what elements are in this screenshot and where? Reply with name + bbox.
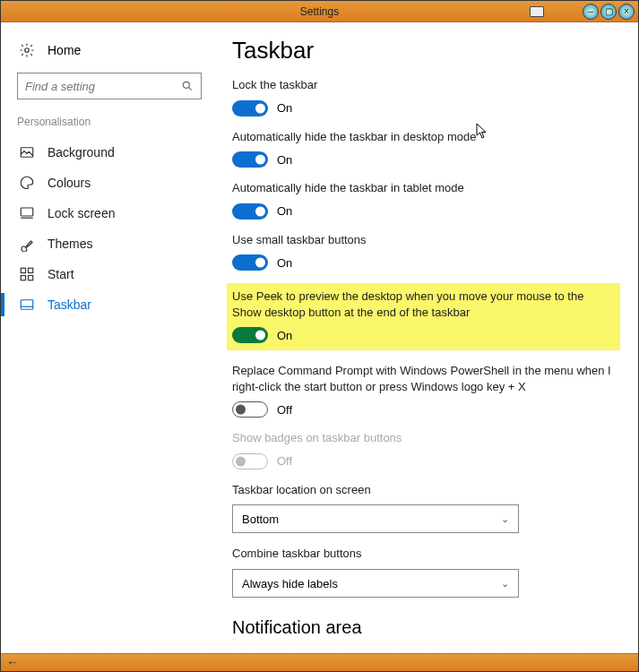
setting-small-buttons: Use small taskbar buttons On [232,232,615,271]
sidebar-item-taskbar[interactable]: Taskbar [1,289,218,320]
chevron-down-icon: ⌄ [501,578,509,590]
search-input[interactable] [25,80,181,93]
toggle-lock-taskbar[interactable] [232,100,268,116]
toggle-peek[interactable] [232,327,268,343]
dropdown-value: Bottom [242,513,279,526]
setting-location: Taskbar location on screen Bottom ⌄ [232,482,615,534]
palette-icon [19,175,35,191]
notification-area-title: Notification area [232,617,615,638]
setting-label: Taskbar location on screen [232,482,615,498]
sidebar-item-label: Lock screen [47,206,115,220]
toggle-state: On [277,204,292,218]
toggle-state: Off [277,454,292,468]
back-arrow-icon[interactable]: ← [6,655,19,669]
brush-icon [19,236,35,252]
sidebar-item-colours[interactable]: Colours [1,168,218,198]
setting-combine: Combine taskbar buttons Always hide labe… [232,546,615,598]
minimize-button[interactable]: – [583,4,599,20]
dropdown-value: Always hide labels [242,577,338,590]
window-buttons: – ▢ × [583,4,635,20]
svg-rect-8 [21,276,25,280]
toggle-state: On [277,256,292,270]
setting-lock-taskbar: Lock the taskbar On [232,77,615,116]
sidebar-item-lock-screen[interactable]: Lock screen [1,198,218,228]
setting-label: Show badges on taskbar buttons [232,430,615,446]
dropdown-location[interactable]: Bottom ⌄ [232,504,519,533]
monitor-icon [19,205,35,221]
toggle-state: Off [277,403,292,417]
svg-rect-10 [21,300,33,310]
chevron-down-icon: ⌄ [501,513,509,525]
picture-icon [19,144,35,160]
gear-icon [19,42,35,58]
toggle-small-buttons[interactable] [232,254,268,271]
taskbar-icon [19,297,35,313]
setting-label: Lock the taskbar [232,77,615,93]
svg-line-2 [188,87,191,90]
search-box[interactable] [17,73,202,99]
app-icon [530,6,544,17]
setting-powershell: Replace Command Prompt with Windows Powe… [232,363,615,418]
grid-icon [19,266,35,282]
sidebar-item-background[interactable]: Background [1,137,218,168]
sidebar-item-label: Start [47,267,74,281]
svg-point-1 [183,82,189,88]
toggle-badges [232,453,268,470]
home-nav[interactable]: Home [1,39,218,73]
maximize-button[interactable]: ▢ [600,4,617,20]
content-area: Taskbar Lock the taskbar On Automaticall… [218,22,638,653]
toggle-autohide-tablet[interactable] [232,203,268,220]
bottom-window-border: ← [1,653,638,671]
dropdown-combine[interactable]: Always hide labels ⌄ [232,569,519,598]
sidebar-item-label: Themes [47,237,93,251]
toggle-state: On [277,329,292,342]
setting-autohide-tablet: Automatically hide the taskbar in tablet… [232,180,615,220]
close-button[interactable]: × [618,4,635,20]
setting-label: Automatically hide the taskbar in tablet… [232,180,615,196]
sidebar-group-label: Personalisation [1,114,218,137]
sidebar-item-themes[interactable]: Themes [1,228,218,259]
setting-label: Combine taskbar buttons [232,546,615,562]
sidebar-item-start[interactable]: Start [1,259,218,289]
setting-label: Use Peek to preview the desktop when you… [232,289,615,320]
toggle-state: On [277,153,292,167]
svg-point-0 [25,48,30,53]
svg-rect-7 [29,268,33,272]
svg-rect-6 [21,268,25,272]
svg-rect-4 [21,208,33,216]
search-icon [181,80,194,92]
setting-label: Use small taskbar buttons [232,232,615,248]
setting-badges: Show badges on taskbar buttons Off [232,430,615,470]
sidebar-item-label: Taskbar [47,297,91,312]
window-title: Settings [300,5,339,18]
sidebar-item-label: Colours [47,176,91,190]
sidebar: Home Personalisation Background Colours … [1,22,218,653]
sidebar-item-label: Background [47,145,115,159]
home-label: Home [47,43,81,57]
toggle-autohide-desktop[interactable] [232,151,268,168]
svg-rect-9 [29,276,33,280]
setting-label: Automatically hide the taskbar in deskto… [232,129,615,145]
page-title: Taskbar [232,37,615,65]
setting-peek: Use Peek to preview the desktop when you… [227,283,620,350]
setting-autohide-desktop: Automatically hide the taskbar in deskto… [232,129,615,168]
title-bar: Settings – ▢ × [1,1,638,22]
toggle-powershell[interactable] [232,401,268,418]
toggle-state: On [277,101,292,115]
setting-label: Replace Command Prompt with Windows Powe… [232,363,615,394]
